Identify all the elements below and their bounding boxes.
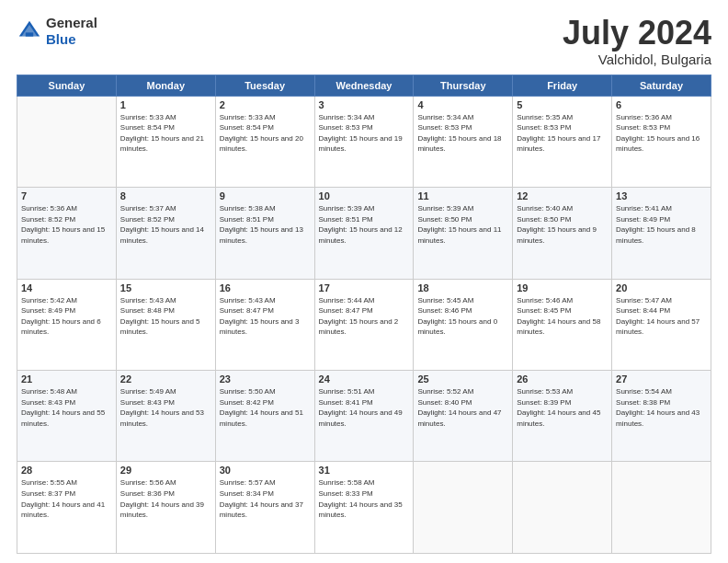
day-info: Sunrise: 5:33 AMSunset: 8:54 PMDaylight:… bbox=[220, 112, 311, 155]
day-number: 14 bbox=[21, 282, 112, 293]
cell-w5-d7 bbox=[612, 462, 711, 554]
cell-w1-d4: 3Sunrise: 5:34 AMSunset: 8:53 PMDaylight… bbox=[314, 96, 414, 187]
day-number: 12 bbox=[517, 190, 608, 201]
day-number: 9 bbox=[220, 190, 311, 201]
day-number: 25 bbox=[417, 373, 508, 385]
day-number: 23 bbox=[220, 373, 311, 385]
day-info: Sunrise: 5:54 AMSunset: 8:38 PMDaylight:… bbox=[616, 386, 707, 429]
col-saturday: Saturday bbox=[612, 75, 711, 96]
cell-w4-d6: 26Sunrise: 5:53 AMSunset: 8:39 PMDayligh… bbox=[513, 371, 612, 462]
page-header: General Blue July 2024 Valchidol, Bulgar… bbox=[17, 15, 711, 67]
day-info: Sunrise: 5:55 AMSunset: 8:37 PMDaylight:… bbox=[21, 477, 112, 520]
day-number: 10 bbox=[319, 190, 410, 201]
day-info: Sunrise: 5:58 AMSunset: 8:33 PMDaylight:… bbox=[319, 477, 410, 520]
day-number: 13 bbox=[616, 190, 707, 201]
day-info: Sunrise: 5:39 AMSunset: 8:50 PMDaylight:… bbox=[417, 203, 508, 246]
day-info: Sunrise: 5:43 AMSunset: 8:47 PMDaylight:… bbox=[220, 295, 311, 338]
day-number: 29 bbox=[120, 465, 211, 476]
day-info: Sunrise: 5:47 AMSunset: 8:44 PMDaylight:… bbox=[616, 295, 707, 338]
day-info: Sunrise: 5:41 AMSunset: 8:49 PMDaylight:… bbox=[616, 203, 707, 246]
day-info: Sunrise: 5:57 AMSunset: 8:34 PMDaylight:… bbox=[220, 477, 311, 520]
day-info: Sunrise: 5:33 AMSunset: 8:54 PMDaylight:… bbox=[120, 112, 211, 155]
day-info: Sunrise: 5:52 AMSunset: 8:40 PMDaylight:… bbox=[417, 386, 508, 429]
cell-w2-d7: 13Sunrise: 5:41 AMSunset: 8:49 PMDayligh… bbox=[612, 188, 711, 279]
day-info: Sunrise: 5:44 AMSunset: 8:47 PMDaylight:… bbox=[319, 295, 410, 338]
day-info: Sunrise: 5:56 AMSunset: 8:36 PMDaylight:… bbox=[120, 477, 211, 520]
day-info: Sunrise: 5:43 AMSunset: 8:48 PMDaylight:… bbox=[120, 295, 211, 338]
logo: General Blue bbox=[17, 15, 97, 48]
day-number: 6 bbox=[616, 99, 707, 110]
day-number: 31 bbox=[319, 465, 410, 476]
cell-w4-d3: 23Sunrise: 5:50 AMSunset: 8:42 PMDayligh… bbox=[215, 371, 314, 462]
cell-w3-d3: 16Sunrise: 5:43 AMSunset: 8:47 PMDayligh… bbox=[215, 279, 314, 370]
day-number: 3 bbox=[319, 99, 410, 110]
cell-w2-d4: 10Sunrise: 5:39 AMSunset: 8:51 PMDayligh… bbox=[314, 188, 414, 279]
cell-w3-d6: 19Sunrise: 5:46 AMSunset: 8:45 PMDayligh… bbox=[513, 279, 612, 370]
day-number: 8 bbox=[120, 190, 211, 201]
cell-w5-d3: 30Sunrise: 5:57 AMSunset: 8:34 PMDayligh… bbox=[215, 462, 314, 554]
day-number: 21 bbox=[21, 373, 112, 385]
cell-w3-d7: 20Sunrise: 5:47 AMSunset: 8:44 PMDayligh… bbox=[612, 279, 711, 370]
day-info: Sunrise: 5:40 AMSunset: 8:50 PMDaylight:… bbox=[517, 203, 608, 246]
day-info: Sunrise: 5:50 AMSunset: 8:42 PMDaylight:… bbox=[220, 386, 311, 429]
cell-w2-d6: 12Sunrise: 5:40 AMSunset: 8:50 PMDayligh… bbox=[513, 188, 612, 279]
day-number: 22 bbox=[120, 373, 211, 385]
cell-w1-d5: 4Sunrise: 5:34 AMSunset: 8:53 PMDaylight… bbox=[414, 96, 513, 187]
day-info: Sunrise: 5:34 AMSunset: 8:53 PMDaylight:… bbox=[319, 112, 410, 155]
calendar-location: Valchidol, Bulgaria bbox=[563, 52, 711, 67]
col-friday: Friday bbox=[513, 75, 612, 96]
day-info: Sunrise: 5:42 AMSunset: 8:49 PMDaylight:… bbox=[21, 295, 112, 338]
cell-w3-d4: 17Sunrise: 5:44 AMSunset: 8:47 PMDayligh… bbox=[314, 279, 414, 370]
cell-w3-d1: 14Sunrise: 5:42 AMSunset: 8:49 PMDayligh… bbox=[17, 279, 117, 370]
day-info: Sunrise: 5:53 AMSunset: 8:39 PMDaylight:… bbox=[517, 386, 608, 429]
week-row-1: 1Sunrise: 5:33 AMSunset: 8:54 PMDaylight… bbox=[17, 96, 711, 187]
calendar-title: July 2024 bbox=[563, 15, 711, 52]
svg-rect-2 bbox=[26, 32, 33, 36]
cell-w1-d6: 5Sunrise: 5:35 AMSunset: 8:53 PMDaylight… bbox=[513, 96, 612, 187]
week-row-5: 28Sunrise: 5:55 AMSunset: 8:37 PMDayligh… bbox=[17, 462, 711, 554]
day-number: 30 bbox=[220, 465, 311, 476]
day-info: Sunrise: 5:34 AMSunset: 8:53 PMDaylight:… bbox=[417, 112, 508, 155]
cell-w5-d2: 29Sunrise: 5:56 AMSunset: 8:36 PMDayligh… bbox=[116, 462, 215, 554]
day-number: 28 bbox=[21, 465, 112, 476]
cell-w2-d1: 7Sunrise: 5:36 AMSunset: 8:52 PMDaylight… bbox=[17, 188, 117, 279]
col-wednesday: Wednesday bbox=[314, 75, 414, 96]
cell-w2-d5: 11Sunrise: 5:39 AMSunset: 8:50 PMDayligh… bbox=[414, 188, 513, 279]
cell-w2-d3: 9Sunrise: 5:38 AMSunset: 8:51 PMDaylight… bbox=[215, 188, 314, 279]
day-info: Sunrise: 5:51 AMSunset: 8:41 PMDaylight:… bbox=[319, 386, 410, 429]
col-thursday: Thursday bbox=[414, 75, 513, 96]
day-info: Sunrise: 5:46 AMSunset: 8:45 PMDaylight:… bbox=[517, 295, 608, 338]
cell-w1-d7: 6Sunrise: 5:36 AMSunset: 8:53 PMDaylight… bbox=[612, 96, 711, 187]
day-info: Sunrise: 5:48 AMSunset: 8:43 PMDaylight:… bbox=[21, 386, 112, 429]
day-number: 15 bbox=[120, 282, 211, 293]
calendar-header-row: Sunday Monday Tuesday Wednesday Thursday… bbox=[17, 75, 711, 96]
day-info: Sunrise: 5:49 AMSunset: 8:43 PMDaylight:… bbox=[120, 386, 211, 429]
day-info: Sunrise: 5:38 AMSunset: 8:51 PMDaylight:… bbox=[220, 203, 311, 246]
day-number: 18 bbox=[417, 282, 508, 293]
day-number: 2 bbox=[220, 99, 311, 110]
day-info: Sunrise: 5:37 AMSunset: 8:52 PMDaylight:… bbox=[120, 203, 211, 246]
col-sunday: Sunday bbox=[17, 75, 117, 96]
day-number: 17 bbox=[319, 282, 410, 293]
day-number: 7 bbox=[21, 190, 112, 201]
cell-w4-d2: 22Sunrise: 5:49 AMSunset: 8:43 PMDayligh… bbox=[116, 371, 215, 462]
logo-blue: Blue bbox=[46, 31, 76, 47]
cell-w3-d5: 18Sunrise: 5:45 AMSunset: 8:46 PMDayligh… bbox=[414, 279, 513, 370]
day-number: 24 bbox=[319, 373, 410, 385]
day-number: 27 bbox=[616, 373, 707, 385]
cell-w2-d2: 8Sunrise: 5:37 AMSunset: 8:52 PMDaylight… bbox=[116, 188, 215, 279]
logo-general: General bbox=[46, 15, 97, 30]
cell-w5-d4: 31Sunrise: 5:58 AMSunset: 8:33 PMDayligh… bbox=[314, 462, 414, 554]
day-number: 20 bbox=[616, 282, 707, 293]
cell-w5-d1: 28Sunrise: 5:55 AMSunset: 8:37 PMDayligh… bbox=[17, 462, 117, 554]
day-number: 11 bbox=[417, 190, 508, 201]
cell-w1-d2: 1Sunrise: 5:33 AMSunset: 8:54 PMDaylight… bbox=[116, 96, 215, 187]
cell-w4-d4: 24Sunrise: 5:51 AMSunset: 8:41 PMDayligh… bbox=[314, 371, 414, 462]
title-block: July 2024 Valchidol, Bulgaria bbox=[563, 15, 711, 67]
cell-w3-d2: 15Sunrise: 5:43 AMSunset: 8:48 PMDayligh… bbox=[116, 279, 215, 370]
day-number: 1 bbox=[120, 99, 211, 110]
logo-text: General Blue bbox=[46, 15, 97, 48]
week-row-3: 14Sunrise: 5:42 AMSunset: 8:49 PMDayligh… bbox=[17, 279, 711, 370]
cell-w1-d1 bbox=[17, 96, 117, 187]
day-info: Sunrise: 5:36 AMSunset: 8:53 PMDaylight:… bbox=[616, 112, 707, 155]
